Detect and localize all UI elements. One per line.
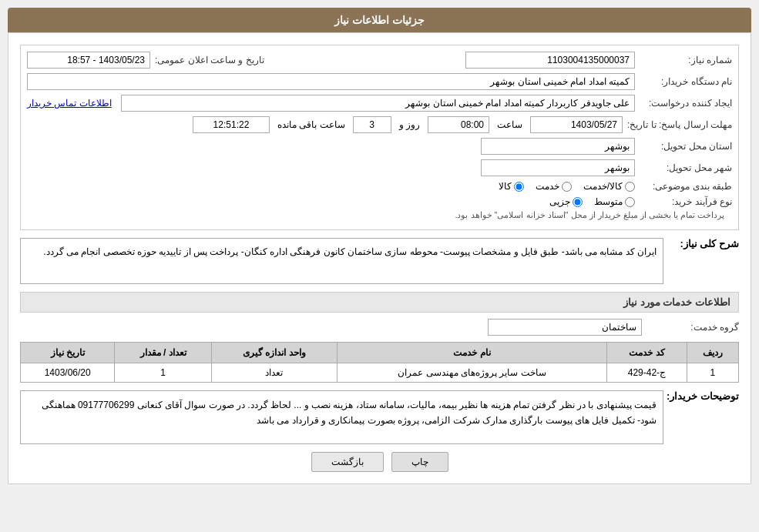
print-button[interactable]: چاپ (391, 452, 448, 472)
announcement-datetime-label: تاریخ و ساعت اعلان عمومی: (155, 55, 264, 65)
category-goods-service: کالا/خدمت (583, 181, 635, 192)
delivery-city-label: شهر محل تحویل: (640, 162, 732, 173)
category-goods-label: کالا (499, 181, 512, 192)
table-header-row-num: ردیف (687, 343, 738, 363)
category-service: خدمت (536, 181, 572, 192)
purchase-type-partial-label: جزیی (549, 196, 570, 207)
category-goods-service-radio[interactable] (625, 182, 635, 192)
purchase-type-note: پرداخت تمام یا بخشی از مبلغ خریدار از مح… (455, 210, 724, 220)
buyer-name-field: کمیته امداد امام خمینی استان بوشهر (27, 73, 635, 90)
table-header-date: تاریخ نیاز (21, 343, 115, 363)
remaining-time-label: ساعت باقی مانده (277, 119, 345, 130)
category-goods-radio[interactable] (514, 182, 524, 192)
table-header-quantity: تعداد / مقدار (115, 343, 212, 363)
cell-unit: تعداد (212, 363, 338, 383)
response-time-label: ساعت (497, 119, 522, 130)
back-button[interactable]: بازگشت (311, 452, 384, 472)
response-days-label: روز و (399, 119, 420, 130)
cell-date: 1403/06/20 (21, 363, 115, 383)
need-number-label: شماره نیاز: (640, 55, 732, 65)
cell-row-num: 1 (687, 363, 738, 383)
remaining-time-field: 12:51:22 (193, 116, 270, 133)
service-group-field: ساختمان (488, 319, 642, 336)
category-service-label: خدمت (536, 181, 559, 192)
creator-label: ایجاد کننده درخواست: (640, 98, 732, 109)
delivery-province-field: بوشهر (481, 138, 635, 155)
page-title: جزئیات اطلاعات نیاز (8, 8, 751, 32)
purchase-type-label: نوع فرآیند خرید: (640, 196, 732, 207)
response-deadline-label: مهلت ارسال پاسخ: تا تاریخ: (627, 119, 732, 130)
response-time-field: 08:00 (428, 116, 489, 133)
response-days-field: 3 (353, 116, 391, 133)
category-goods-service-label: کالا/خدمت (583, 181, 623, 192)
contact-link[interactable]: اطلاعات تماس خریدار (27, 98, 112, 109)
table-header-service-name: نام خدمت (337, 343, 606, 363)
services-section-title: اطلاعات خدمات مورد نیاز (20, 292, 739, 313)
purchase-type-medium: متوسط (594, 196, 635, 207)
category-service-radio[interactable] (562, 182, 572, 192)
need-description-field: ایران کد مشابه می باشد- طبق فایل و مشخصا… (20, 238, 663, 284)
cell-quantity: 1 (115, 363, 212, 383)
table-header-unit: واحد اندازه گیری (212, 343, 338, 363)
need-number-field: 1103004135000037 (465, 52, 635, 69)
announcement-datetime-field: 1403/05/23 - 18:57 (27, 52, 150, 69)
response-date-field: 1403/05/27 (530, 116, 623, 133)
category-label: طبقه بندی موضوعی: (640, 181, 732, 192)
buyer-notes-field: قیمت پیشنهادی با در نظر گرفتن تمام هزینه… (20, 390, 663, 444)
buyer-name-label: نام دستگاه خریدار: (640, 76, 732, 87)
purchase-type-medium-radio[interactable] (625, 197, 635, 207)
service-group-label: گروه خدمت: (646, 322, 739, 333)
cell-service-name: ساخت سایر پروژه‌های مهندسی عمران (337, 363, 606, 383)
purchase-type-partial: جزیی (549, 196, 583, 207)
delivery-province-label: استان محل تحویل: (640, 141, 732, 152)
purchase-type-partial-radio[interactable] (573, 197, 583, 207)
cell-service-code: ج-42-429 (606, 363, 687, 383)
table-header-service-code: کد خدمت (606, 343, 687, 363)
purchase-type-medium-label: متوسط (594, 196, 623, 207)
need-description-label: شرح کلی نیاز: (670, 238, 739, 249)
delivery-city-field: بوشهر (481, 159, 635, 176)
buyer-notes-label: توضیحات خریدار: (670, 390, 739, 402)
category-goods: کالا (499, 181, 524, 192)
services-table: ردیف کد خدمت نام خدمت واحد اندازه گیری ت… (20, 342, 739, 383)
creator-field: علی جاویدفر کاربردار کمیته امداد امام خم… (121, 95, 635, 112)
buttons-row: چاپ بازگشت (20, 452, 739, 472)
table-row: 1 ج-42-429 ساخت سایر پروژه‌های مهندسی عم… (21, 363, 739, 383)
